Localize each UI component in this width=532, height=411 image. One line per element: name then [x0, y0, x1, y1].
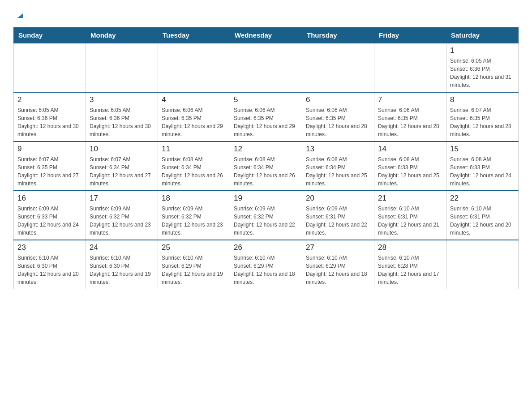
- day-info: Sunrise: 6:05 AMSunset: 6:36 PMDaylight:…: [17, 106, 82, 138]
- day-info: Sunrise: 6:06 AMSunset: 6:35 PMDaylight:…: [378, 106, 442, 138]
- day-number: 26: [234, 243, 298, 252]
- day-info: Sunrise: 6:09 AMSunset: 6:32 PMDaylight:…: [162, 205, 226, 237]
- day-number: 6: [306, 95, 370, 104]
- calendar-cell: 10Sunrise: 6:07 AMSunset: 6:34 PMDayligh…: [86, 141, 158, 191]
- calendar-cell: 22Sunrise: 6:10 AMSunset: 6:31 PMDayligh…: [446, 191, 519, 240]
- day-info: Sunrise: 6:08 AMSunset: 6:34 PMDaylight:…: [234, 155, 298, 188]
- calendar-cell: 8Sunrise: 6:07 AMSunset: 6:35 PMDaylight…: [446, 92, 519, 141]
- calendar-cell: 11Sunrise: 6:08 AMSunset: 6:34 PMDayligh…: [158, 141, 230, 191]
- day-number: 18: [162, 194, 226, 203]
- svg-marker-0: [17, 13, 23, 18]
- day-number: 2: [17, 95, 82, 104]
- day-info: Sunrise: 6:09 AMSunset: 6:32 PMDaylight:…: [234, 205, 298, 237]
- calendar-week-row: 23Sunrise: 6:10 AMSunset: 6:30 PMDayligh…: [14, 240, 519, 289]
- day-number: 3: [90, 95, 154, 104]
- day-info: Sunrise: 6:07 AMSunset: 6:35 PMDaylight:…: [17, 155, 82, 188]
- calendar-cell: 5Sunrise: 6:06 AMSunset: 6:35 PMDaylight…: [230, 92, 302, 141]
- calendar-cell: 15Sunrise: 6:08 AMSunset: 6:33 PMDayligh…: [446, 141, 519, 191]
- day-number: 9: [17, 145, 82, 154]
- calendar-cell: 19Sunrise: 6:09 AMSunset: 6:32 PMDayligh…: [230, 191, 302, 240]
- calendar-header-sunday: Sunday: [14, 28, 86, 43]
- calendar-cell: 9Sunrise: 6:07 AMSunset: 6:35 PMDaylight…: [14, 141, 86, 191]
- day-info: Sunrise: 6:08 AMSunset: 6:33 PMDaylight:…: [378, 155, 442, 188]
- calendar-week-row: 2Sunrise: 6:05 AMSunset: 6:36 PMDaylight…: [14, 92, 519, 141]
- day-number: 4: [162, 95, 226, 104]
- day-info: Sunrise: 6:10 AMSunset: 6:31 PMDaylight:…: [450, 205, 515, 237]
- day-number: 7: [378, 95, 442, 104]
- day-number: 15: [450, 145, 515, 154]
- day-number: 24: [90, 243, 154, 252]
- calendar-header-monday: Monday: [86, 28, 158, 43]
- day-number: 16: [17, 194, 82, 203]
- day-number: 12: [234, 145, 298, 154]
- calendar-table: SundayMondayTuesdayWednesdayThursdayFrid…: [13, 27, 519, 289]
- day-info: Sunrise: 6:05 AMSunset: 6:36 PMDaylight:…: [90, 106, 154, 138]
- calendar-header-row: SundayMondayTuesdayWednesdayThursdayFrid…: [14, 28, 519, 43]
- calendar-cell: 4Sunrise: 6:06 AMSunset: 6:35 PMDaylight…: [158, 92, 230, 141]
- day-info: Sunrise: 6:10 AMSunset: 6:29 PMDaylight:…: [162, 254, 226, 286]
- calendar-cell: [446, 240, 519, 289]
- calendar-cell: 28Sunrise: 6:10 AMSunset: 6:28 PMDayligh…: [374, 240, 446, 289]
- day-info: Sunrise: 6:08 AMSunset: 6:34 PMDaylight:…: [162, 155, 226, 188]
- day-number: 14: [378, 145, 442, 154]
- calendar-cell: 17Sunrise: 6:09 AMSunset: 6:32 PMDayligh…: [86, 191, 158, 240]
- day-info: Sunrise: 6:09 AMSunset: 6:33 PMDaylight:…: [17, 205, 82, 237]
- day-number: 13: [306, 145, 370, 154]
- day-info: Sunrise: 6:10 AMSunset: 6:31 PMDaylight:…: [378, 205, 442, 237]
- logo: [13, 9, 25, 23]
- day-number: 22: [450, 194, 515, 203]
- calendar-cell: 23Sunrise: 6:10 AMSunset: 6:30 PMDayligh…: [14, 240, 86, 289]
- day-info: Sunrise: 6:10 AMSunset: 6:28 PMDaylight:…: [378, 254, 442, 286]
- calendar-cell: [86, 43, 158, 92]
- logo-general-line: [13, 9, 25, 23]
- calendar-cell: 6Sunrise: 6:06 AMSunset: 6:35 PMDaylight…: [302, 92, 374, 141]
- day-number: 25: [162, 243, 226, 252]
- day-info: Sunrise: 6:07 AMSunset: 6:34 PMDaylight:…: [90, 155, 154, 188]
- calendar-week-row: 9Sunrise: 6:07 AMSunset: 6:35 PMDaylight…: [14, 141, 519, 191]
- day-number: 17: [90, 194, 154, 203]
- day-info: Sunrise: 6:10 AMSunset: 6:29 PMDaylight:…: [234, 254, 298, 286]
- calendar-cell: 24Sunrise: 6:10 AMSunset: 6:30 PMDayligh…: [86, 240, 158, 289]
- day-number: 11: [162, 145, 226, 154]
- calendar-cell: 20Sunrise: 6:09 AMSunset: 6:31 PMDayligh…: [302, 191, 374, 240]
- calendar-cell: 13Sunrise: 6:08 AMSunset: 6:34 PMDayligh…: [302, 141, 374, 191]
- day-number: 10: [90, 145, 154, 154]
- day-info: Sunrise: 6:05 AMSunset: 6:36 PMDaylight:…: [450, 57, 515, 89]
- calendar-header-friday: Friday: [374, 28, 446, 43]
- calendar-cell: 16Sunrise: 6:09 AMSunset: 6:33 PMDayligh…: [14, 191, 86, 240]
- day-number: 8: [450, 95, 515, 104]
- calendar-cell: 14Sunrise: 6:08 AMSunset: 6:33 PMDayligh…: [374, 141, 446, 191]
- calendar-cell: 3Sunrise: 6:05 AMSunset: 6:36 PMDaylight…: [86, 92, 158, 141]
- day-info: Sunrise: 6:09 AMSunset: 6:31 PMDaylight:…: [306, 205, 370, 237]
- calendar-cell: 1Sunrise: 6:05 AMSunset: 6:36 PMDaylight…: [446, 43, 519, 92]
- calendar-header-thursday: Thursday: [302, 28, 374, 43]
- calendar-cell: 12Sunrise: 6:08 AMSunset: 6:34 PMDayligh…: [230, 141, 302, 191]
- calendar-cell: 18Sunrise: 6:09 AMSunset: 6:32 PMDayligh…: [158, 191, 230, 240]
- day-info: Sunrise: 6:09 AMSunset: 6:32 PMDaylight:…: [90, 205, 154, 237]
- calendar-header-wednesday: Wednesday: [230, 28, 302, 43]
- day-info: Sunrise: 6:06 AMSunset: 6:35 PMDaylight:…: [234, 106, 298, 138]
- calendar-cell: 2Sunrise: 6:05 AMSunset: 6:36 PMDaylight…: [14, 92, 86, 141]
- day-info: Sunrise: 6:07 AMSunset: 6:35 PMDaylight:…: [450, 106, 515, 138]
- calendar-cell: [158, 43, 230, 92]
- day-number: 21: [378, 194, 442, 203]
- calendar-cell: 27Sunrise: 6:10 AMSunset: 6:29 PMDayligh…: [302, 240, 374, 289]
- calendar-week-row: 1Sunrise: 6:05 AMSunset: 6:36 PMDaylight…: [14, 43, 519, 92]
- calendar-cell: 26Sunrise: 6:10 AMSunset: 6:29 PMDayligh…: [230, 240, 302, 289]
- day-info: Sunrise: 6:10 AMSunset: 6:30 PMDaylight:…: [90, 254, 154, 286]
- logo-triangle-icon: [15, 9, 25, 23]
- calendar-cell: [14, 43, 86, 92]
- calendar-week-row: 16Sunrise: 6:09 AMSunset: 6:33 PMDayligh…: [14, 191, 519, 240]
- calendar-cell: 7Sunrise: 6:06 AMSunset: 6:35 PMDaylight…: [374, 92, 446, 141]
- day-info: Sunrise: 6:10 AMSunset: 6:30 PMDaylight:…: [17, 254, 82, 286]
- page-header: [13, 9, 519, 23]
- calendar-cell: [302, 43, 374, 92]
- day-number: 28: [378, 243, 442, 252]
- day-info: Sunrise: 6:06 AMSunset: 6:35 PMDaylight:…: [162, 106, 226, 138]
- calendar-cell: [374, 43, 446, 92]
- day-number: 19: [234, 194, 298, 203]
- day-number: 20: [306, 194, 370, 203]
- day-number: 23: [17, 243, 82, 252]
- day-info: Sunrise: 6:10 AMSunset: 6:29 PMDaylight:…: [306, 254, 370, 286]
- calendar-header-tuesday: Tuesday: [158, 28, 230, 43]
